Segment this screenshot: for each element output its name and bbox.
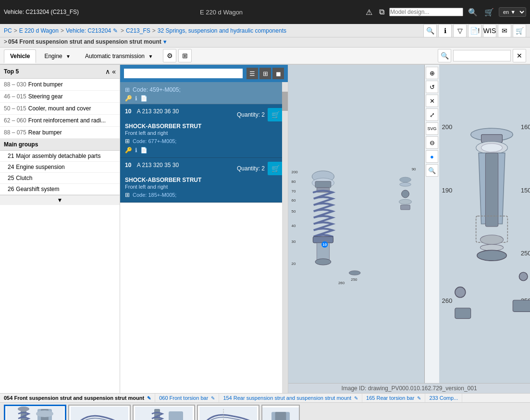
sidebar-pin-icon[interactable]: « <box>112 68 116 75</box>
breadcrumb-springs[interactable]: 32 Springs, suspension and hydraulic com… <box>158 27 286 34</box>
vehicle-info: Vehicle: C213204 (C213_FS) <box>4 9 79 15</box>
svg-text:20: 20 <box>292 262 296 266</box>
drawing-svg-right: 200 160 190 150 <box>439 65 530 383</box>
svg-point-52 <box>36 410 53 417</box>
thumbnail-label-154[interactable]: 154 Rear suspension strut and suspension… <box>219 394 362 402</box>
edit-165-icon[interactable]: ✎ <box>417 396 421 401</box>
thumb-svg-054 <box>6 407 64 420</box>
tab-engine[interactable]: Engine ▼ <box>38 49 77 62</box>
svg-point-33 <box>481 144 503 152</box>
sidebar-group-item-26[interactable]: 26 Gearshift system <box>0 184 120 195</box>
close-tool[interactable]: ✕ <box>426 95 438 107</box>
light-tool[interactable]: ● <box>426 150 438 163</box>
info-sm-icon2: ℹ <box>135 147 137 154</box>
thumbnail-strip: 054 Front suspension strut and suspensio… <box>0 393 530 420</box>
filter-icon[interactable]: ▽ <box>453 24 467 37</box>
tab-close-search[interactable]: ✕ <box>513 49 526 62</box>
svg-text:60: 60 <box>292 198 296 203</box>
svg-text:260: 260 <box>338 281 345 285</box>
fit-tool[interactable]: ⤢ <box>426 108 438 121</box>
breadcrumb-dropdown[interactable]: ▼ <box>162 39 168 45</box>
add-to-cart-1[interactable]: 🛒 <box>268 108 283 121</box>
cart-toolbar-icon[interactable]: 🛒 <box>513 24 526 37</box>
main-groups-label: Main groups <box>0 139 120 151</box>
breadcrumb-model[interactable]: E 220 d Wagon <box>19 27 59 34</box>
tab-settings-icon[interactable]: ⚙ <box>163 49 176 62</box>
edit-154-icon[interactable]: ✎ <box>354 396 358 401</box>
vehicle-edit-icon[interactable]: ✎ <box>113 27 118 34</box>
parts-list-view[interactable]: ☰ <box>247 68 258 79</box>
svg-text:250: 250 <box>521 250 530 257</box>
part-item[interactable]: 10 A 213 320 35 30 Quantity: 2 🛒 SHOCK-A… <box>120 158 288 203</box>
parts-search-input[interactable] <box>124 69 243 78</box>
tab-search-icon[interactable]: 🔍 <box>438 49 451 62</box>
thumbnail-label-054[interactable]: 054 Front suspension strut and suspensio… <box>0 394 155 402</box>
thumbnail-labels: 054 Front suspension strut and suspensio… <box>0 394 530 403</box>
svg-text:200: 200 <box>442 123 452 131</box>
svg-rect-63 <box>275 412 286 420</box>
drawing-right: ⊕ ↺ ✕ ⤢ SVG ⊖ ● 🔍 200 160 190 150 <box>424 65 530 383</box>
top5-label: Top 5 <box>4 68 19 75</box>
history-tool[interactable]: ↺ <box>426 81 438 93</box>
search-icon[interactable]: 🔍 <box>466 7 480 18</box>
parts-scrollbar-thumb[interactable] <box>282 92 288 111</box>
svg-text:10: 10 <box>322 242 327 247</box>
svg-text:260: 260 <box>442 297 452 304</box>
sidebar-group-item-25[interactable]: 25 Clutch <box>0 173 120 184</box>
svg-rect-45 <box>513 300 530 312</box>
thumbnail-label-233[interactable]: 233 Comp... <box>425 394 462 402</box>
thumbnail-label-060[interactable]: 060 Front torsion bar ✎ <box>155 394 219 402</box>
sidebar-item[interactable]: 62 – 060 Front reinforcement and radi... <box>0 115 120 127</box>
sidebar-item[interactable]: 88 – 030 Front bumper <box>0 79 120 91</box>
edit-060-icon[interactable]: ✎ <box>211 396 215 401</box>
thumbnail-233[interactable] <box>261 405 300 420</box>
tab-transmission[interactable]: Automatic transmission ▼ <box>79 49 159 62</box>
sidebar-collapse-icon[interactable]: ∧ <box>105 68 110 75</box>
warning-icon[interactable]: ⚠ <box>364 7 374 18</box>
thumbnail-label-165[interactable]: 165 Rear torsion bar ✎ <box>362 394 425 402</box>
thumbnail-165[interactable] <box>197 405 259 420</box>
tab-search-input[interactable] <box>453 50 511 61</box>
alert-doc-icon[interactable]: 📄! <box>468 24 481 37</box>
part-item[interactable]: 10 A 213 320 36 30 Quantity: 2 🛒 SHOCK-A… <box>120 104 288 158</box>
zoom-out-tool[interactable]: ⊖ <box>426 136 438 149</box>
sidebar-group-item-24[interactable]: 24 Engine suspension <box>0 162 120 173</box>
thumb-svg-060 <box>71 407 128 420</box>
svg-point-48 <box>18 407 29 411</box>
language-select[interactable]: en ▼ <box>499 7 526 17</box>
svg-text:160: 160 <box>521 123 530 131</box>
sidebar-group-item-21[interactable]: 21 Major assembly detachable parts <box>0 151 120 162</box>
sidebar-item[interactable]: 88 – 075 Rear bumper <box>0 127 120 139</box>
tab-vehicle[interactable]: Vehicle <box>4 49 36 63</box>
parts-scrollbar[interactable] <box>282 82 288 393</box>
add-to-cart-2[interactable]: 🛒 <box>268 162 283 175</box>
info-icon[interactable]: ℹ <box>438 24 452 37</box>
tab-extra-icon[interactable]: ⊞ <box>178 49 192 62</box>
zoom-glass-icon[interactable]: 🔍 <box>423 24 437 37</box>
sidebar-item[interactable]: 50 – 015 Cooler, mount and cover <box>0 103 120 115</box>
svg-tool[interactable]: SVG <box>426 122 438 135</box>
breadcrumb-current[interactable]: 054 Front suspension strut and suspensio… <box>8 38 161 45</box>
breadcrumb-fs[interactable]: C213_FS <box>126 27 150 34</box>
zoom-in-tool[interactable]: ⊕ <box>426 67 438 79</box>
parts-grid-view[interactable]: ⊞ <box>259 68 271 79</box>
mail-icon[interactable]: ✉ <box>498 24 511 37</box>
thumbnail-060[interactable] <box>68 405 131 420</box>
thumbnail-054[interactable] <box>4 405 66 420</box>
catalog-icon[interactable]: WIS <box>483 24 496 37</box>
cart-icon[interactable]: 🛒 <box>482 7 496 18</box>
breadcrumb-pc[interactable]: PC <box>4 27 12 34</box>
svg-text:30: 30 <box>292 240 296 244</box>
part-item[interactable]: ⊞ Code: 459+-M005; 🔑 ℹ 📄 <box>120 82 288 104</box>
parts-photo-view[interactable]: ◼ <box>272 68 284 79</box>
model-search-input[interactable] <box>389 8 463 16</box>
sidebar-item[interactable]: 46 – 015 Steering gear <box>0 91 120 103</box>
breadcrumb-vehicle[interactable]: Vehicle: C213204 <box>66 27 111 34</box>
thumbnail-154[interactable] <box>133 405 195 420</box>
sidebar-scroll-down[interactable]: ▼ <box>0 195 120 205</box>
thumb-svg-165 <box>199 407 257 420</box>
copy-icon[interactable]: ⧉ <box>377 7 386 17</box>
svg-text:40: 40 <box>292 224 296 228</box>
edit-054-icon[interactable]: ✎ <box>147 396 151 401</box>
zoom-out2-tool[interactable]: 🔍 <box>426 164 438 177</box>
